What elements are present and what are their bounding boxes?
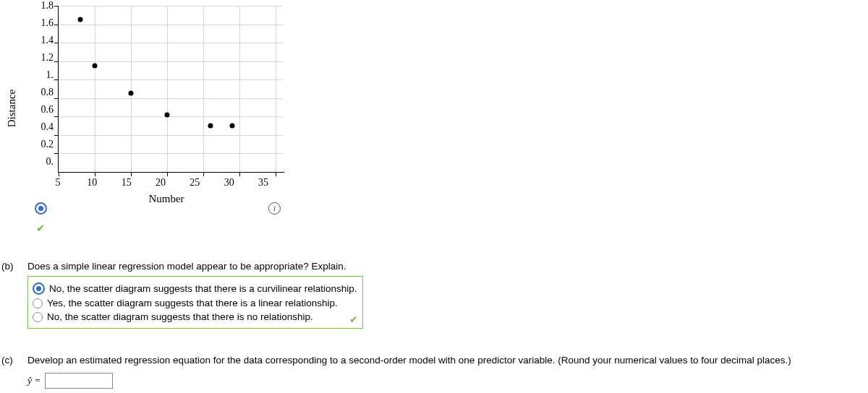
checkmark-icon: ✔	[349, 314, 358, 325]
x-axis-label: Number	[58, 189, 275, 205]
y-tick-labels: 1.81.61.41.21.0.80.60.40.20.	[35, 1, 58, 167]
plot-area	[58, 6, 276, 173]
yhat-label: ŷ =	[27, 375, 41, 386]
option-b-1[interactable]: Yes, the scatter diagram suggests that t…	[33, 296, 357, 310]
regression-equation-input[interactable]	[45, 373, 113, 389]
question-c-prompt: Develop an estimated regression equation…	[27, 355, 791, 366]
data-point	[165, 112, 170, 117]
option-b-2[interactable]: No, the scatter diagram suggests that th…	[33, 310, 357, 324]
x-tick-labels: 5101520253035	[52, 173, 269, 189]
data-point	[78, 17, 83, 22]
option-b-0[interactable]: No, the scatter diagram suggests that th…	[33, 281, 357, 296]
checkmark-icon: ✔	[36, 222, 868, 235]
data-point	[230, 124, 235, 129]
radio-icon	[33, 282, 45, 295]
radio-icon	[33, 298, 43, 308]
question-c: (c) Develop an estimated regression equa…	[0, 355, 868, 389]
y-axis-label: Distance	[6, 90, 18, 127]
question-c-label: (c)	[0, 355, 27, 366]
question-b-prompt: Does a simple linear regression model ap…	[27, 261, 363, 272]
radio-icon	[33, 312, 43, 322]
data-point	[93, 64, 98, 69]
data-point	[208, 124, 213, 129]
scatter-plot: Distance 1.81.61.41.21.0.80.60.40.20. 51…	[35, 6, 295, 211]
question-b: (b) Does a simple linear regression mode…	[0, 261, 868, 329]
data-point	[129, 91, 134, 96]
question-b-options: No, the scatter diagram suggests that th…	[27, 276, 363, 329]
question-b-label: (b)	[0, 261, 27, 272]
